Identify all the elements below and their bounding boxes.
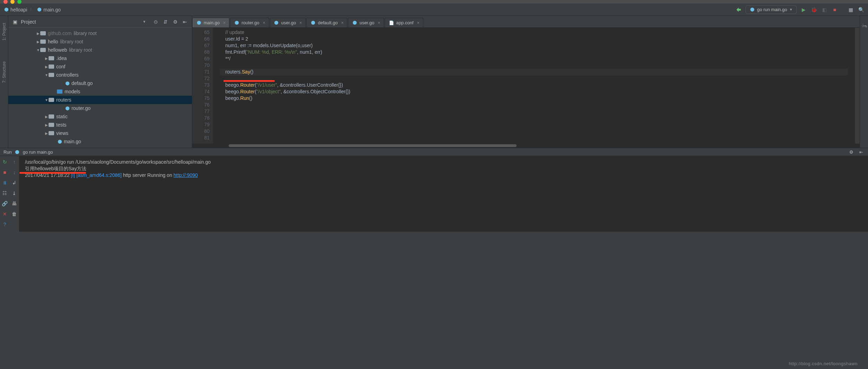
library-root-label: library root bbox=[69, 47, 92, 53]
settings-icon[interactable]: ⚙ bbox=[172, 18, 179, 25]
tree-label: hello bbox=[48, 39, 58, 44]
tree-node[interactable]: ▼routers bbox=[8, 96, 192, 104]
breadcrumb-project[interactable]: helloapi bbox=[3, 7, 27, 12]
tree-node[interactable]: ▶conf bbox=[8, 62, 192, 71]
error-stripe[interactable] bbox=[855, 28, 860, 144]
tree-node[interactable]: ▶static bbox=[8, 112, 192, 121]
tree-arrow[interactable]: ▶ bbox=[36, 40, 40, 44]
tree-node[interactable]: models bbox=[8, 87, 192, 96]
hide-panel-icon[interactable]: ⇤ bbox=[181, 18, 188, 25]
structure-tool-tab[interactable]: 7: Structure bbox=[2, 61, 7, 83]
console-output[interactable]: /usr/local/go/bin/go run /Users/xiaolong… bbox=[19, 156, 868, 232]
close-tab-icon[interactable]: × bbox=[417, 20, 419, 25]
editor-tab[interactable]: 📄app.conf× bbox=[385, 18, 423, 27]
close-tab-icon[interactable]: × bbox=[223, 20, 225, 25]
code-editor[interactable]: // update user.Id = 2 num1, err := model… bbox=[213, 28, 855, 144]
project-tool-tab[interactable]: 1: Project bbox=[2, 23, 7, 41]
tree-node[interactable]: main.go bbox=[8, 137, 192, 146]
tree-label: default.go bbox=[71, 80, 93, 86]
tree-arrow[interactable]: ▶ bbox=[44, 115, 49, 119]
tree-arrow[interactable]: ▶ bbox=[36, 32, 40, 35]
editor-tab[interactable]: router.go× bbox=[230, 18, 269, 27]
debug-button[interactable]: 🐞 bbox=[810, 6, 817, 13]
update-project-icon[interactable] bbox=[735, 6, 742, 13]
tree-label: static bbox=[56, 114, 68, 119]
editor-tab[interactable]: user.go× bbox=[270, 18, 306, 27]
close-tab-icon[interactable]: × bbox=[341, 20, 343, 25]
close-tab-icon[interactable]: × bbox=[299, 20, 302, 25]
layout-icon[interactable]: ▦ bbox=[847, 6, 854, 13]
scroll-to-end-icon[interactable]: ⤓ bbox=[11, 190, 17, 196]
run-config-name: go run main.go bbox=[23, 149, 53, 155]
print-icon[interactable]: 🖶 bbox=[11, 200, 17, 207]
editor-tab[interactable]: user.go× bbox=[348, 18, 384, 27]
server-url-link[interactable]: http://:9090 bbox=[173, 172, 198, 178]
search-icon[interactable]: 🔍 bbox=[858, 6, 865, 13]
chevron-down-icon[interactable]: ▼ bbox=[143, 20, 146, 24]
annotation-underline bbox=[19, 172, 86, 174]
editor-tab[interactable]: main.go× bbox=[192, 18, 229, 27]
tree-node[interactable]: ▶views bbox=[8, 129, 192, 137]
stop-console-button[interactable]: ■ bbox=[2, 169, 8, 175]
tree-arrow[interactable]: ▼ bbox=[44, 73, 49, 77]
run-settings-icon[interactable]: ⚙ bbox=[848, 148, 855, 155]
run-button[interactable]: ▶ bbox=[800, 6, 807, 13]
attach-debugger-icon[interactable]: 🔗 bbox=[2, 200, 8, 207]
dump-threads-icon[interactable]: ☷ bbox=[2, 190, 8, 196]
exit-icon[interactable]: ✕ bbox=[2, 211, 8, 217]
tree-node[interactable]: router.go bbox=[8, 104, 192, 112]
tree-label: .idea bbox=[56, 55, 67, 61]
svg-point-4 bbox=[65, 106, 69, 110]
breadcrumb-file[interactable]: main.go bbox=[36, 7, 61, 12]
scroll-from-source-icon[interactable]: ⊙ bbox=[152, 18, 159, 25]
tree-node[interactable]: ▶.idea bbox=[8, 54, 192, 62]
stop-button[interactable]: ■ bbox=[831, 6, 838, 13]
tree-arrow[interactable]: ▶ bbox=[44, 123, 49, 127]
svg-point-10 bbox=[353, 21, 357, 25]
horizontal-scrollbar[interactable] bbox=[192, 144, 860, 148]
tree-node[interactable]: ▶hellolibrary root bbox=[8, 37, 192, 46]
tree-node[interactable]: ▶tests bbox=[8, 121, 192, 129]
tree-arrow[interactable]: ▶ bbox=[44, 65, 49, 69]
tab-label: user.go bbox=[359, 20, 374, 25]
coverage-button[interactable]: ◧ bbox=[821, 6, 828, 13]
run-config-selector[interactable]: go run main.go ▼ bbox=[746, 6, 797, 14]
library-root-label: library root bbox=[74, 31, 96, 36]
folder-icon bbox=[49, 114, 54, 119]
tree-label: helloweb bbox=[48, 47, 67, 53]
ant-build-tool-icon[interactable]: 🐜 bbox=[861, 23, 867, 28]
project-view-icon[interactable]: ▣ bbox=[12, 19, 18, 25]
tree-node[interactable]: ▼helloweblibrary root bbox=[8, 46, 192, 54]
tree-arrow[interactable]: ▼ bbox=[36, 48, 40, 52]
up-stack-icon[interactable]: ↑ bbox=[11, 159, 17, 165]
console-line: /usr/local/go/bin/go run /Users/xiaolong… bbox=[25, 159, 862, 165]
project-panel-title: Project bbox=[21, 19, 36, 25]
tree-node[interactable]: ▶github.comlibrary root bbox=[8, 29, 192, 37]
scrollbar-thumb[interactable] bbox=[229, 144, 517, 147]
tree-arrow[interactable]: ▶ bbox=[44, 131, 49, 135]
hide-run-panel-icon[interactable]: ⇤ bbox=[858, 148, 865, 155]
down-stack-icon[interactable]: ↓ bbox=[11, 169, 17, 175]
tree-arrow[interactable]: ▶ bbox=[44, 57, 49, 60]
tab-label: default.go bbox=[318, 20, 338, 25]
collapse-all-icon[interactable]: ⇵ bbox=[162, 18, 169, 25]
soft-wrap-icon[interactable]: ↲ bbox=[11, 180, 17, 186]
close-tab-icon[interactable]: × bbox=[378, 20, 380, 25]
svg-point-2 bbox=[750, 8, 754, 11]
rerun-button[interactable]: ↻ bbox=[2, 159, 8, 165]
svg-point-0 bbox=[4, 8, 8, 11]
run-tool-label: Run bbox=[3, 149, 12, 155]
tree-node[interactable]: default.go bbox=[8, 79, 192, 87]
tree-node[interactable]: ▼controllers bbox=[8, 71, 192, 79]
pause-button[interactable]: ⏸ bbox=[2, 180, 8, 186]
folder-icon bbox=[49, 73, 54, 77]
tree-label: views bbox=[56, 130, 68, 136]
tree-arrow[interactable]: ▼ bbox=[44, 98, 49, 102]
go-file-icon bbox=[749, 7, 755, 12]
clear-all-icon[interactable]: 🗑 bbox=[11, 211, 17, 217]
editor-tab[interactable]: default.go× bbox=[306, 18, 347, 27]
console-line: 引用helloweb项目的Say方法 bbox=[25, 165, 862, 172]
project-tree[interactable]: ▶github.comlibrary root▶hellolibrary roo… bbox=[8, 28, 192, 148]
close-tab-icon[interactable]: × bbox=[263, 20, 265, 25]
help-icon[interactable]: ? bbox=[2, 221, 8, 228]
